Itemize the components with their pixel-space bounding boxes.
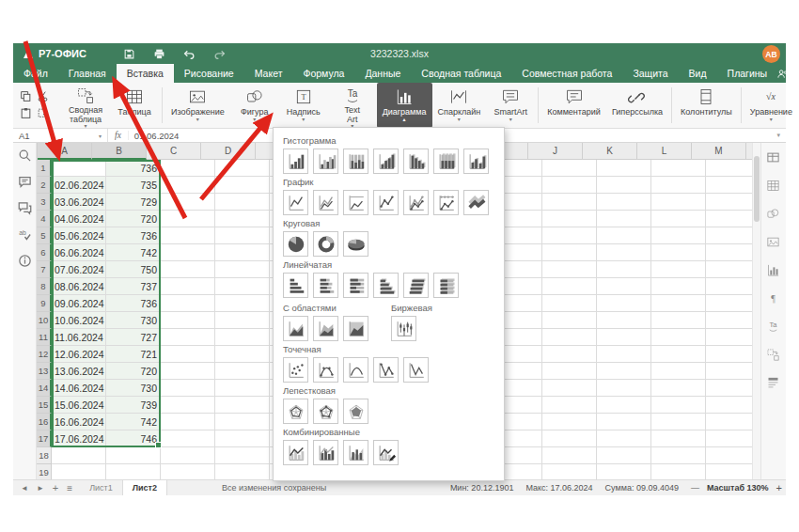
vertical-scrollbar[interactable] bbox=[752, 143, 760, 479]
cell-M18[interactable] bbox=[706, 447, 752, 464]
row-header-17[interactable]: 17 bbox=[37, 430, 52, 447]
cell-C3[interactable] bbox=[161, 194, 215, 211]
column-header-A[interactable]: A bbox=[38, 143, 92, 160]
row-header-6[interactable]: 6 bbox=[37, 244, 52, 261]
cell-M13[interactable] bbox=[706, 363, 752, 380]
spellcheck-icon[interactable]: ab bbox=[18, 227, 32, 242]
cell-L14[interactable] bbox=[651, 380, 706, 397]
cell-C16[interactable] bbox=[161, 414, 215, 430]
row-header-8[interactable]: 8 bbox=[37, 278, 52, 295]
cell-K17[interactable] bbox=[597, 430, 651, 447]
cell-D10[interactable] bbox=[215, 312, 270, 329]
cell-J1[interactable] bbox=[542, 160, 597, 177]
row-header-19[interactable]: 19 bbox=[37, 464, 52, 479]
cell-M16[interactable] bbox=[706, 414, 752, 430]
text-settings-icon[interactable]: ¶ bbox=[766, 291, 781, 306]
tab-Файл[interactable]: Файл bbox=[13, 64, 58, 83]
print-icon[interactable] bbox=[152, 46, 167, 61]
cell-J9[interactable] bbox=[542, 295, 597, 312]
row-header-12[interactable]: 12 bbox=[37, 346, 52, 363]
comments-icon[interactable] bbox=[18, 175, 32, 189]
tab-Сводная таблица[interactable]: Сводная таблица bbox=[411, 64, 511, 83]
cell-A15[interactable]: 15.06.2024 bbox=[52, 397, 106, 414]
tab-Данные[interactable]: Данные bbox=[354, 64, 411, 83]
cell-L17[interactable] bbox=[651, 430, 706, 447]
chart-button[interactable]: Диаграмма ▴ bbox=[377, 83, 432, 128]
cell-D7[interactable] bbox=[215, 261, 270, 278]
chart-type-col-3d-clustered[interactable] bbox=[373, 149, 399, 174]
chart-type-combo-custom[interactable] bbox=[373, 440, 399, 465]
cell-L5[interactable] bbox=[651, 227, 706, 244]
cell-C5[interactable] bbox=[161, 227, 215, 244]
chart-type-col-100[interactable] bbox=[343, 149, 368, 174]
chart-type-bar-3d-stacked[interactable] bbox=[403, 273, 429, 298]
cell-M19[interactable] bbox=[706, 464, 752, 479]
row-header-14[interactable]: 14 bbox=[37, 380, 52, 397]
formula-collapse-icon[interactable]: ▾ bbox=[776, 132, 786, 139]
cell-C13[interactable] bbox=[161, 363, 215, 380]
cell-L6[interactable] bbox=[651, 244, 706, 261]
cell-J19[interactable] bbox=[542, 464, 597, 479]
about-icon[interactable] bbox=[18, 254, 32, 268]
tab-Рисование[interactable]: Рисование bbox=[174, 64, 244, 83]
cell-B15[interactable]: 739 bbox=[106, 397, 161, 414]
cell-A14[interactable]: 14.06.2024 bbox=[52, 380, 106, 397]
cell-D13[interactable] bbox=[215, 363, 270, 380]
select-all-corner[interactable] bbox=[37, 143, 38, 161]
chevron-down-icon[interactable]: ▾ bbox=[99, 133, 102, 139]
chart-type-scatter[interactable] bbox=[283, 357, 308, 383]
cell-D4[interactable] bbox=[215, 211, 270, 227]
cell-C10[interactable] bbox=[161, 312, 215, 329]
chart-type-line-stacked[interactable] bbox=[313, 190, 338, 215]
cell-J4[interactable] bbox=[542, 211, 597, 227]
cell-C19[interactable] bbox=[161, 464, 215, 479]
cell-B10[interactable]: 730 bbox=[106, 312, 161, 329]
chart-type-combo-col-line-secondary[interactable] bbox=[313, 440, 338, 465]
sheet-tab-Лист2[interactable]: Лист2 bbox=[122, 480, 167, 495]
cell-A16[interactable]: 16.06.2024 bbox=[52, 414, 106, 430]
cell-K12[interactable] bbox=[597, 346, 651, 363]
chart-type-bar-stacked[interactable] bbox=[313, 273, 338, 298]
cell-L16[interactable] bbox=[651, 414, 706, 430]
chart-type-col-3d[interactable] bbox=[463, 149, 489, 174]
table-button[interactable]: Таблица bbox=[110, 83, 159, 128]
cell-C1[interactable] bbox=[161, 160, 215, 177]
cell-B5[interactable]: 736 bbox=[106, 227, 161, 244]
column-header-M[interactable]: M bbox=[692, 143, 746, 160]
smartart-button[interactable]: SmartArt ▾ bbox=[486, 83, 535, 128]
cell-J15[interactable] bbox=[542, 397, 597, 414]
cell-C9[interactable] bbox=[161, 295, 215, 312]
cell-name-box[interactable]: A1 ▾ bbox=[13, 129, 108, 142]
scrollbar-thumb[interactable] bbox=[754, 156, 760, 222]
chart-type-radar-filled[interactable] bbox=[343, 399, 368, 424]
cell-J16[interactable] bbox=[542, 414, 597, 430]
cell-J12[interactable] bbox=[542, 346, 597, 363]
cell-K7[interactable] bbox=[597, 261, 651, 278]
tab-Плагины[interactable]: Плагины bbox=[717, 64, 778, 83]
cell-C14[interactable] bbox=[161, 380, 215, 397]
header-footer-button[interactable]: Колонтитулы bbox=[675, 83, 738, 128]
chart-type-area-stacked[interactable] bbox=[313, 316, 338, 341]
cell-L4[interactable] bbox=[651, 211, 706, 227]
cell-D5[interactable] bbox=[215, 227, 270, 244]
cell-J6[interactable] bbox=[542, 244, 597, 261]
cell-M12[interactable] bbox=[706, 346, 752, 363]
textbox-button[interactable]: T Надпись ▾ bbox=[279, 83, 328, 128]
cell-M8[interactable] bbox=[706, 278, 752, 295]
cell-D3[interactable] bbox=[215, 194, 270, 211]
image-button[interactable]: Изображение ▾ bbox=[165, 83, 230, 128]
cell-B1[interactable]: 736 bbox=[106, 160, 161, 177]
tab-Совместная работа[interactable]: Совместная работа bbox=[511, 64, 622, 83]
chart-type-scatter-lines[interactable] bbox=[403, 357, 429, 383]
cell-L1[interactable] bbox=[651, 160, 706, 177]
textart-settings-icon[interactable]: Ta bbox=[766, 320, 781, 335]
row-header-10[interactable]: 10 bbox=[37, 312, 52, 329]
cell-C4[interactable] bbox=[161, 211, 215, 227]
cell-K3[interactable] bbox=[597, 194, 651, 211]
cell-L18[interactable] bbox=[651, 447, 706, 464]
cell-B6[interactable]: 742 bbox=[106, 244, 161, 261]
column-header-B[interactable]: B bbox=[92, 143, 147, 160]
cell-K10[interactable] bbox=[597, 312, 651, 329]
cell-B2[interactable]: 735 bbox=[106, 177, 161, 194]
cell-B3[interactable]: 729 bbox=[106, 194, 161, 211]
